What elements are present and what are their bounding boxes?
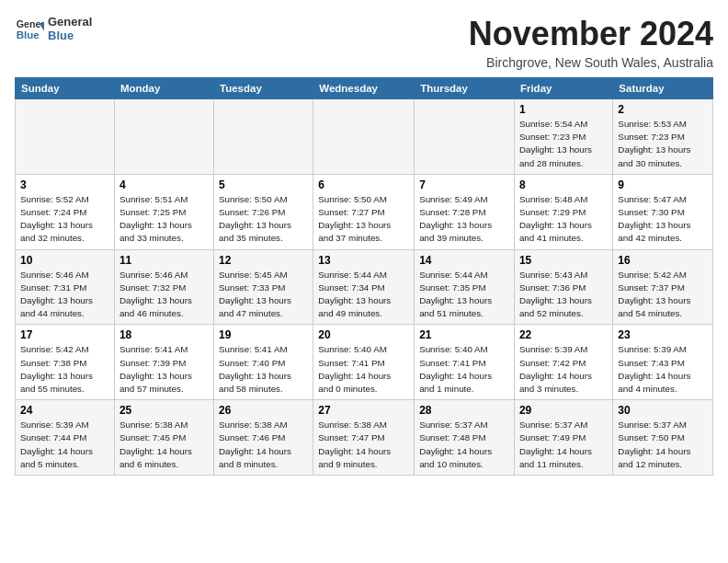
day-number: 23	[618, 328, 708, 341]
calendar-cell	[114, 99, 213, 175]
logo: General Blue General Blue	[15, 15, 92, 44]
day-info: Sunrise: 5:39 AM Sunset: 7:43 PM Dayligh…	[618, 343, 708, 396]
day-number: 13	[318, 254, 409, 267]
day-info: Sunrise: 5:43 AM Sunset: 7:36 PM Dayligh…	[519, 269, 608, 321]
calendar-cell: 8Sunrise: 5:48 AM Sunset: 7:29 PM Daylig…	[514, 174, 612, 249]
day-info: Sunrise: 5:42 AM Sunset: 7:37 PM Dayligh…	[618, 269, 708, 321]
day-number: 9	[618, 178, 708, 191]
day-info: Sunrise: 5:46 AM Sunset: 7:31 PM Dayligh…	[20, 269, 109, 321]
day-info: Sunrise: 5:50 AM Sunset: 7:27 PM Dayligh…	[318, 193, 409, 246]
day-info: Sunrise: 5:44 AM Sunset: 7:35 PM Dayligh…	[419, 269, 509, 321]
day-info: Sunrise: 5:41 AM Sunset: 7:40 PM Dayligh…	[219, 343, 308, 396]
calendar-cell	[214, 99, 313, 175]
day-of-week-header: Friday	[514, 78, 612, 99]
calendar-cell: 25Sunrise: 5:38 AM Sunset: 7:45 PM Dayli…	[114, 400, 213, 476]
day-number: 11	[119, 254, 209, 267]
calendar-cell: 15Sunrise: 5:43 AM Sunset: 7:36 PM Dayli…	[514, 249, 612, 325]
day-info: Sunrise: 5:40 AM Sunset: 7:41 PM Dayligh…	[419, 343, 509, 396]
day-info: Sunrise: 5:38 AM Sunset: 7:47 PM Dayligh…	[318, 419, 409, 471]
title-block: November 2024 Birchgrove, New South Wale…	[469, 15, 713, 70]
calendar-cell: 13Sunrise: 5:44 AM Sunset: 7:34 PM Dayli…	[313, 249, 415, 325]
day-number: 26	[219, 404, 308, 417]
day-info: Sunrise: 5:44 AM Sunset: 7:34 PM Dayligh…	[318, 269, 409, 321]
calendar-cell: 19Sunrise: 5:41 AM Sunset: 7:40 PM Dayli…	[214, 325, 313, 400]
calendar-cell: 11Sunrise: 5:46 AM Sunset: 7:32 PM Dayli…	[114, 249, 213, 325]
calendar-table: SundayMondayTuesdayWednesdayThursdayFrid…	[15, 77, 713, 476]
day-info: Sunrise: 5:42 AM Sunset: 7:38 PM Dayligh…	[20, 343, 109, 396]
calendar-cell: 9Sunrise: 5:47 AM Sunset: 7:30 PM Daylig…	[613, 174, 713, 249]
day-info: Sunrise: 5:54 AM Sunset: 7:23 PM Dayligh…	[519, 118, 608, 170]
day-info: Sunrise: 5:50 AM Sunset: 7:26 PM Dayligh…	[219, 193, 308, 246]
logo-icon: General Blue	[15, 15, 44, 44]
calendar-week-row: 17Sunrise: 5:42 AM Sunset: 7:38 PM Dayli…	[16, 325, 713, 400]
day-info: Sunrise: 5:49 AM Sunset: 7:28 PM Dayligh…	[419, 193, 509, 246]
day-number: 19	[219, 328, 308, 341]
calendar-cell: 26Sunrise: 5:38 AM Sunset: 7:46 PM Dayli…	[214, 400, 313, 476]
calendar-cell	[313, 99, 415, 175]
day-info: Sunrise: 5:52 AM Sunset: 7:24 PM Dayligh…	[20, 193, 109, 246]
day-number: 1	[519, 103, 608, 116]
day-number: 20	[318, 328, 409, 341]
calendar-cell: 22Sunrise: 5:39 AM Sunset: 7:42 PM Dayli…	[514, 325, 612, 400]
calendar-cell: 14Sunrise: 5:44 AM Sunset: 7:35 PM Dayli…	[415, 249, 515, 325]
calendar-cell: 4Sunrise: 5:51 AM Sunset: 7:25 PM Daylig…	[114, 174, 213, 249]
day-number: 7	[419, 178, 509, 191]
calendar-cell: 17Sunrise: 5:42 AM Sunset: 7:38 PM Dayli…	[16, 325, 115, 400]
calendar-cell	[16, 99, 115, 175]
calendar-header-row: SundayMondayTuesdayWednesdayThursdayFrid…	[16, 78, 713, 99]
day-info: Sunrise: 5:39 AM Sunset: 7:44 PM Dayligh…	[20, 419, 109, 471]
day-info: Sunrise: 5:47 AM Sunset: 7:30 PM Dayligh…	[618, 193, 708, 246]
calendar-week-row: 1Sunrise: 5:54 AM Sunset: 7:23 PM Daylig…	[16, 99, 713, 175]
day-number: 16	[618, 254, 708, 267]
day-number: 2	[618, 103, 708, 116]
day-info: Sunrise: 5:45 AM Sunset: 7:33 PM Dayligh…	[219, 269, 308, 321]
day-of-week-header: Tuesday	[214, 78, 313, 99]
calendar-cell: 18Sunrise: 5:41 AM Sunset: 7:39 PM Dayli…	[114, 325, 213, 400]
day-info: Sunrise: 5:39 AM Sunset: 7:42 PM Dayligh…	[519, 343, 608, 396]
day-number: 27	[318, 404, 409, 417]
calendar-cell: 28Sunrise: 5:37 AM Sunset: 7:48 PM Dayli…	[415, 400, 515, 476]
day-number: 18	[119, 328, 209, 341]
calendar-cell: 6Sunrise: 5:50 AM Sunset: 7:27 PM Daylig…	[313, 174, 415, 249]
calendar-cell: 10Sunrise: 5:46 AM Sunset: 7:31 PM Dayli…	[16, 249, 115, 325]
day-info: Sunrise: 5:38 AM Sunset: 7:46 PM Dayligh…	[219, 419, 308, 471]
day-number: 25	[119, 404, 209, 417]
calendar-cell: 5Sunrise: 5:50 AM Sunset: 7:26 PM Daylig…	[214, 174, 313, 249]
day-number: 3	[20, 178, 109, 191]
day-of-week-header: Saturday	[613, 78, 713, 99]
day-info: Sunrise: 5:40 AM Sunset: 7:41 PM Dayligh…	[318, 343, 409, 396]
day-number: 14	[419, 254, 509, 267]
location-subtitle: Birchgrove, New South Wales, Australia	[469, 55, 713, 70]
calendar-week-row: 10Sunrise: 5:46 AM Sunset: 7:31 PM Dayli…	[16, 249, 713, 325]
day-info: Sunrise: 5:51 AM Sunset: 7:25 PM Dayligh…	[119, 193, 209, 246]
day-number: 6	[318, 178, 409, 191]
day-number: 15	[519, 254, 608, 267]
calendar-cell: 21Sunrise: 5:40 AM Sunset: 7:41 PM Dayli…	[415, 325, 515, 400]
day-number: 5	[219, 178, 308, 191]
calendar-cell: 30Sunrise: 5:37 AM Sunset: 7:50 PM Dayli…	[613, 400, 713, 476]
day-of-week-header: Monday	[114, 78, 213, 99]
svg-text:Blue: Blue	[17, 29, 40, 40]
calendar-cell: 7Sunrise: 5:49 AM Sunset: 7:28 PM Daylig…	[415, 174, 515, 249]
day-number: 24	[20, 404, 109, 417]
logo-line1: General	[48, 16, 92, 29]
month-title: November 2024	[469, 15, 713, 53]
calendar-cell: 23Sunrise: 5:39 AM Sunset: 7:43 PM Dayli…	[613, 325, 713, 400]
page-header: General Blue General Blue November 2024 …	[15, 15, 713, 70]
calendar-cell	[415, 99, 515, 175]
calendar-cell: 24Sunrise: 5:39 AM Sunset: 7:44 PM Dayli…	[16, 400, 115, 476]
calendar-cell: 20Sunrise: 5:40 AM Sunset: 7:41 PM Dayli…	[313, 325, 415, 400]
day-info: Sunrise: 5:41 AM Sunset: 7:39 PM Dayligh…	[119, 343, 209, 396]
day-info: Sunrise: 5:53 AM Sunset: 7:23 PM Dayligh…	[618, 118, 708, 170]
day-info: Sunrise: 5:38 AM Sunset: 7:45 PM Dayligh…	[119, 419, 209, 471]
logo-line2: Blue	[48, 29, 92, 43]
calendar-week-row: 24Sunrise: 5:39 AM Sunset: 7:44 PM Dayli…	[16, 400, 713, 476]
day-number: 29	[519, 404, 608, 417]
day-of-week-header: Wednesday	[313, 78, 415, 99]
day-info: Sunrise: 5:46 AM Sunset: 7:32 PM Dayligh…	[119, 269, 209, 321]
calendar-cell: 16Sunrise: 5:42 AM Sunset: 7:37 PM Dayli…	[613, 249, 713, 325]
day-number: 17	[20, 328, 109, 341]
calendar-week-row: 3Sunrise: 5:52 AM Sunset: 7:24 PM Daylig…	[16, 174, 713, 249]
day-info: Sunrise: 5:37 AM Sunset: 7:50 PM Dayligh…	[618, 419, 708, 471]
day-of-week-header: Sunday	[16, 78, 115, 99]
